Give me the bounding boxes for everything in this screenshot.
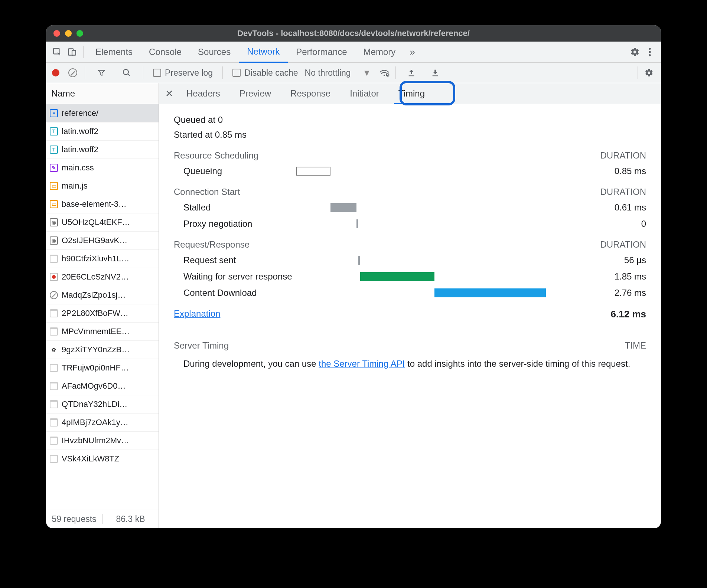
request-row[interactable]: AFacMOgv6D0… — [46, 377, 159, 395]
timing-row: Content Download2.76 ms — [174, 288, 646, 298]
timing-value: 56 µs — [583, 255, 646, 265]
status-bar: 59 requests 86.3 kB — [46, 510, 159, 528]
filter-icon[interactable] — [94, 65, 109, 80]
tab-sources[interactable]: Sources — [190, 42, 239, 63]
request-row[interactable]: IHvzbNUlrm2Mv… — [46, 432, 159, 450]
blank-file-icon — [50, 309, 58, 317]
timing-bar — [296, 167, 330, 176]
detail-tab-timing[interactable]: Timing — [389, 83, 434, 104]
devtools-window: DevTools - localhost:8080/docs/devtools/… — [46, 25, 661, 528]
blank-file-icon — [50, 364, 58, 372]
tab-memory[interactable]: Memory — [355, 42, 404, 63]
request-name: h90CtfziXluvh1L… — [62, 254, 129, 264]
divider — [85, 66, 85, 79]
request-row[interactable]: 2P2L80XfBoFW… — [46, 304, 159, 323]
request-row[interactable]: Tlatin.woff2 — [46, 122, 159, 141]
img-file-icon: ◉ — [50, 236, 58, 245]
timing-value: 0 — [583, 219, 646, 229]
request-row[interactable]: TRFujw0pi0nHF… — [46, 359, 159, 377]
blank-file-icon — [50, 327, 58, 336]
checkbox-icon — [153, 69, 161, 77]
blank-file-icon — [50, 382, 58, 390]
timing-panel: Queued at 0 Started at 0.85 ms Resource … — [159, 104, 661, 528]
queued-at-text: Queued at 0 — [174, 115, 646, 125]
duration-col: DURATION — [600, 187, 646, 197]
ban-file-icon — [50, 291, 58, 299]
timing-bar — [330, 203, 356, 212]
timing-label: Proxy negotiation — [174, 219, 296, 229]
timing-label: Content Download — [174, 288, 296, 298]
timing-bar — [434, 288, 546, 297]
js-file-icon: ▭ — [50, 182, 58, 190]
window-title: DevTools - localhost:8080/docs/devtools/… — [46, 29, 661, 38]
more-tabs-icon[interactable]: » — [404, 46, 421, 58]
request-row[interactable]: ≡reference/ — [46, 104, 159, 122]
timing-value: 0.85 ms — [583, 166, 646, 176]
disable-cache-checkbox[interactable]: Disable cache — [232, 68, 298, 78]
request-name: O2sIJEHG9avK… — [62, 236, 127, 245]
request-name: main.css — [62, 163, 94, 173]
request-row[interactable]: 4pIMBj7zOAk1y… — [46, 414, 159, 432]
request-row[interactable]: MPcVmmemtEE… — [46, 323, 159, 341]
request-row[interactable]: MadqZslZpo1sj… — [46, 286, 159, 304]
blank-file-icon — [50, 455, 58, 463]
img-file-icon: ◉ — [50, 218, 58, 226]
requests-sidebar: Name ≡reference/Tlatin.woff2Tlatin.woff2… — [46, 83, 159, 528]
close-detail-icon[interactable]: ✕ — [162, 88, 177, 99]
preserve-log-checkbox[interactable]: Preserve log — [153, 68, 213, 78]
server-timing-note: During development, you can use the Serv… — [174, 357, 646, 370]
detail-tab-initiator[interactable]: Initiator — [340, 83, 389, 104]
checkbox-icon — [232, 69, 241, 77]
duration-col: DURATION — [600, 239, 646, 250]
kebab-menu-icon[interactable] — [642, 45, 657, 59]
font-file-icon: T — [50, 146, 58, 154]
request-row[interactable]: ✎main.css — [46, 159, 159, 177]
detail-tab-preview[interactable]: Preview — [230, 83, 281, 104]
server-timing-api-link[interactable]: the Server Timing API — [319, 359, 405, 369]
request-row[interactable]: ◉U5OHzQL4tEKF… — [46, 213, 159, 232]
download-har-icon[interactable] — [428, 65, 443, 80]
tab-elements[interactable]: Elements — [87, 42, 141, 63]
request-row[interactable]: ▭base-element-3… — [46, 195, 159, 213]
request-row[interactable]: VSk4XiLkW8TZ — [46, 450, 159, 468]
request-row[interactable]: Tlatin.woff2 — [46, 141, 159, 159]
doc-file-icon: ≡ — [50, 109, 58, 117]
detail-tab-headers[interactable]: Headers — [177, 83, 230, 104]
search-icon[interactable] — [119, 65, 134, 80]
tab-network[interactable]: Network — [239, 42, 288, 63]
network-settings-gear-icon[interactable] — [642, 65, 656, 80]
record-icon[interactable] — [52, 69, 59, 76]
detail-pane: ✕ Headers Preview Response Initiator Tim… — [159, 83, 661, 528]
inspect-element-icon[interactable] — [50, 45, 65, 59]
request-row[interactable]: QTDnaY32hLDi… — [46, 395, 159, 414]
network-conditions-icon[interactable] — [377, 65, 392, 80]
chevron-down-icon: ▼ — [363, 68, 371, 78]
timing-row: Proxy negotiation0 — [174, 219, 646, 229]
explanation-link[interactable]: Explanation — [174, 308, 220, 320]
timing-bar-track — [296, 255, 583, 265]
throttling-value: No throttling — [305, 68, 351, 78]
request-row[interactable]: 20E6CLcSzNV2… — [46, 268, 159, 286]
device-toolbar-icon[interactable] — [65, 45, 79, 59]
divider — [395, 66, 396, 79]
tab-performance[interactable]: Performance — [288, 42, 355, 63]
upload-har-icon[interactable] — [404, 65, 419, 80]
disable-cache-label: Disable cache — [244, 68, 298, 78]
request-name: main.js — [62, 181, 88, 191]
section-title: Connection Start — [174, 187, 600, 197]
request-row[interactable]: h90CtfziXluvh1L… — [46, 250, 159, 268]
request-row[interactable]: ◉O2sIJEHG9avK… — [46, 232, 159, 250]
column-header-name[interactable]: Name — [46, 83, 159, 104]
clear-icon[interactable] — [68, 68, 77, 77]
request-row[interactable]: ✿9gzXiTYY0nZzB… — [46, 341, 159, 359]
tab-console[interactable]: Console — [141, 42, 190, 63]
total-time: 6.12 ms — [611, 308, 646, 320]
gear-file-icon: ✿ — [50, 346, 58, 354]
request-name: VSk4XiLkW8TZ — [62, 454, 119, 464]
settings-gear-icon[interactable] — [628, 45, 642, 59]
request-row[interactable]: ▭main.js — [46, 177, 159, 195]
request-name: TRFujw0pi0nHF… — [62, 363, 129, 373]
throttling-select[interactable]: No throttling ▼ — [305, 68, 371, 78]
detail-tab-response[interactable]: Response — [281, 83, 340, 104]
requests-list[interactable]: ≡reference/Tlatin.woff2Tlatin.woff2✎main… — [46, 104, 159, 510]
